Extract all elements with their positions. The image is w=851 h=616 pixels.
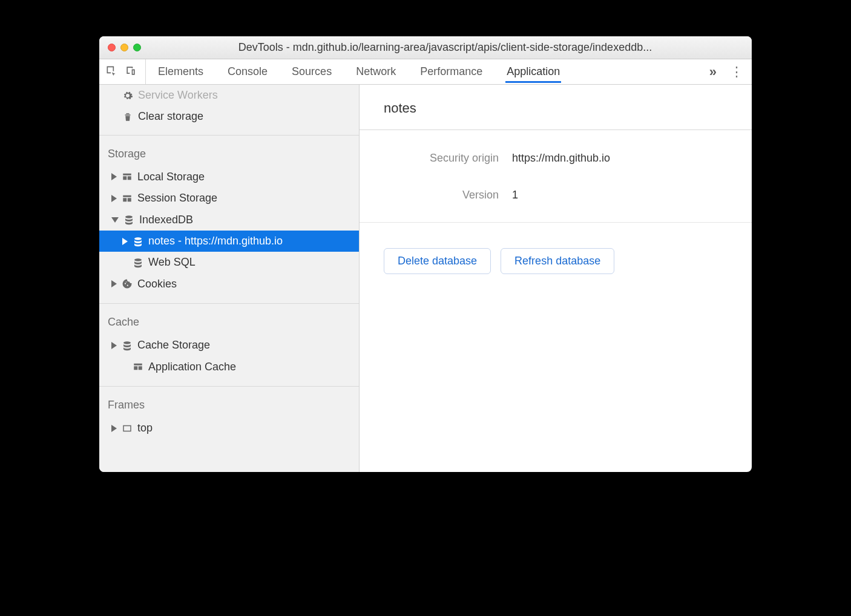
sidebar-item-label: Cache Storage [137, 338, 353, 352]
sidebar-section-application: Service Workers Clear storage [99, 85, 359, 136]
detail-version: Version 1 [384, 189, 728, 202]
sidebar-item-frame-top[interactable]: top [99, 418, 359, 439]
disclosure-triangle-icon[interactable] [111, 173, 117, 180]
close-window-button[interactable] [108, 44, 116, 51]
detail-label: Security origin [384, 152, 499, 165]
sidebar-item-websql[interactable]: Web SQL [99, 252, 359, 273]
sidebar-item-label: Local Storage [137, 170, 353, 184]
sidebar-item-label: top [137, 421, 353, 435]
sidebar-item-cookies[interactable]: Cookies [99, 274, 359, 295]
detail-security-origin: Security origin https://mdn.github.io [384, 152, 728, 165]
disclosure-triangle-icon[interactable] [122, 238, 128, 245]
tab-network[interactable]: Network [355, 61, 397, 83]
main-pane: notes Security origin https://mdn.github… [360, 85, 752, 472]
inspect-element-icon[interactable] [105, 65, 117, 79]
settings-menu-icon[interactable]: ⋮ [728, 64, 746, 80]
section-title-cache: Cache [99, 311, 359, 335]
panes: Service Workers Clear storage Storage Lo… [99, 85, 752, 472]
sidebar-section-storage: Storage Local Storage Session Storage In… [99, 136, 359, 304]
sidebar-item-app-cache[interactable]: Application Cache [99, 356, 359, 378]
sidebar-item-cache-storage[interactable]: Cache Storage [99, 335, 359, 356]
disclosure-triangle-icon[interactable] [111, 342, 117, 349]
database-icon [133, 236, 143, 247]
sidebar-item-service-workers[interactable]: Service Workers [99, 88, 359, 106]
toolbar-icons [105, 59, 146, 84]
tabstrip-right: » ⋮ [703, 59, 746, 84]
sidebar-item-label: notes - https://mdn.github.io [148, 234, 353, 248]
tab-application[interactable]: Application [505, 61, 561, 83]
overflow-tabs-icon[interactable]: » [709, 64, 717, 80]
sidebar-section-frames: Frames top [99, 387, 359, 447]
application-sidebar: Service Workers Clear storage Storage Lo… [99, 85, 360, 472]
sidebar-item-clear-storage[interactable]: Clear storage [99, 106, 359, 127]
window-title: DevTools - mdn.github.io/learning-area/j… [147, 41, 743, 54]
section-title-storage: Storage [99, 143, 359, 166]
device-toolbar-icon[interactable] [125, 65, 137, 79]
tab-console[interactable]: Console [226, 61, 269, 83]
titlebar: DevTools - mdn.github.io/learning-area/j… [99, 36, 752, 59]
database-title: notes [360, 85, 752, 130]
sidebar-item-label: Clear storage [138, 110, 353, 123]
detail-value: https://mdn.github.io [512, 152, 610, 165]
section-title-frames: Frames [99, 394, 359, 418]
spacer [122, 259, 128, 266]
sidebar-item-local-storage[interactable]: Local Storage [99, 166, 359, 188]
trash-icon [122, 111, 133, 122]
database-actions: Delete database Refresh database [360, 223, 752, 300]
spacer [122, 363, 128, 370]
cookie-icon [122, 278, 133, 289]
gear-icon [122, 90, 133, 101]
database-details: Security origin https://mdn.github.io Ve… [360, 130, 752, 223]
traffic-lights [108, 44, 141, 51]
tab-performance[interactable]: Performance [419, 61, 484, 83]
table-icon [122, 193, 133, 204]
sidebar-item-label: IndexedDB [139, 213, 353, 227]
table-icon [133, 361, 143, 372]
detail-value: 1 [512, 189, 518, 202]
disclosure-triangle-icon[interactable] [111, 280, 117, 287]
sidebar-item-label: Web SQL [148, 255, 353, 269]
refresh-database-button[interactable]: Refresh database [501, 248, 614, 274]
sidebar-item-label: Application Cache [148, 360, 353, 374]
disclosure-triangle-icon[interactable] [111, 217, 119, 223]
disclosure-triangle-icon[interactable] [111, 425, 117, 432]
database-icon [122, 340, 133, 351]
sidebar-item-notes-database[interactable]: notes - https://mdn.github.io [99, 231, 359, 252]
table-icon [122, 171, 133, 182]
devtools-window: DevTools - mdn.github.io/learning-area/j… [99, 36, 752, 472]
delete-database-button[interactable]: Delete database [384, 248, 491, 274]
sidebar-item-label: Service Workers [138, 88, 353, 102]
sidebar-item-label: Cookies [137, 277, 353, 291]
database-icon [123, 214, 134, 225]
detail-label: Version [384, 189, 499, 202]
panel-tabs: Elements Console Sources Network Perform… [157, 59, 703, 84]
zoom-window-button[interactable] [133, 44, 141, 51]
minimize-window-button[interactable] [120, 44, 128, 51]
sidebar-item-indexeddb[interactable]: IndexedDB [99, 209, 359, 231]
frame-icon [122, 423, 133, 434]
database-icon [133, 257, 143, 268]
tabstrip: Elements Console Sources Network Perform… [99, 59, 752, 85]
tab-sources[interactable]: Sources [291, 61, 333, 83]
sidebar-section-cache: Cache Cache Storage Application Cache [99, 304, 359, 387]
sidebar-item-label: Session Storage [137, 191, 353, 205]
sidebar-item-session-storage[interactable]: Session Storage [99, 188, 359, 209]
tab-elements[interactable]: Elements [157, 61, 205, 83]
disclosure-triangle-icon[interactable] [111, 195, 117, 202]
